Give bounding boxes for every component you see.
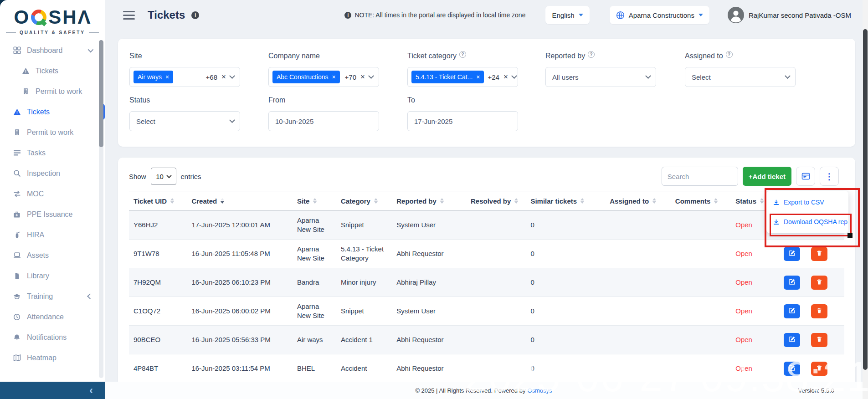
sidebar-item-ppe-issuance[interactable]: PPE Issuance (0, 204, 105, 225)
page-scrollbar-thumb[interactable] (863, 29, 868, 370)
clear-icon[interactable] (360, 74, 365, 80)
edit-ticket-button[interactable] (784, 333, 800, 347)
column-header-similar-tickets[interactable]: Similar tickets (526, 191, 605, 211)
sidebar-scrollbar[interactable] (99, 40, 103, 378)
cell-resolved-by (466, 326, 526, 354)
column-header-assigned-to[interactable]: Assigned to (605, 191, 671, 211)
cell-assigned-to (605, 240, 671, 268)
sidebar-item-assets[interactable]: Assets (0, 245, 105, 266)
assigned-to-select[interactable]: Select (685, 67, 796, 87)
chip-remove-icon[interactable] (332, 74, 336, 80)
sidebar-item-label: Attendance (27, 313, 64, 321)
filter-reported-by: Reported by All users (545, 52, 656, 60)
card-view-toggle-button[interactable] (796, 167, 815, 186)
company-multiselect[interactable]: Abc Constructions +70 (268, 67, 379, 87)
sidebar-item-heatmap[interactable]: Heatmap (0, 348, 105, 368)
chevron-down-icon (166, 173, 171, 178)
info-icon[interactable] (191, 11, 199, 19)
sidebar-item-hira[interactable]: HIRA (0, 225, 105, 245)
reported-by-select[interactable]: All users (545, 67, 656, 87)
menu-item-export-to-csv[interactable]: Export to CSV (766, 193, 848, 212)
sidebar-item-dashboard[interactable]: Dashboard (0, 40, 105, 61)
entries-select[interactable]: 10 (151, 168, 176, 185)
category-multiselect[interactable]: 5.4.13 - Ticket Cat... +24 (407, 67, 518, 87)
delete-ticket-button[interactable] (811, 276, 827, 290)
company-dropdown[interactable]: Aparna Constructions (610, 6, 709, 24)
sidebar-item-inspection[interactable]: Inspection (0, 163, 105, 184)
cell-uid: C1OQ72 (129, 297, 187, 326)
page-scrollbar[interactable] (863, 0, 868, 399)
sidebar-item-tasks[interactable]: Tasks (0, 143, 105, 163)
clear-icon[interactable] (503, 74, 508, 80)
column-header-created[interactable]: Created (187, 191, 293, 211)
language-dropdown[interactable]: English (545, 6, 589, 24)
cell-reported-by: Abhi Requestor (392, 240, 466, 268)
edit-ticket-button[interactable] (784, 276, 800, 290)
cell-similar-tickets: 0 (526, 326, 605, 354)
sidebar-item-tickets-sub[interactable]: Tickets (0, 61, 105, 81)
column-header-ticket-uid[interactable]: Ticket UID (129, 191, 187, 211)
delete-ticket-button[interactable] (811, 362, 827, 376)
sidebar-item-moc[interactable]: MOC (0, 184, 105, 204)
column-header-site[interactable]: Site (293, 191, 336, 211)
sidebar-item-permit-to-work[interactable]: Permit to work (0, 122, 105, 143)
delete-ticket-button[interactable] (811, 333, 827, 347)
site-multiselect[interactable]: Air ways +68 (129, 67, 240, 87)
chevron-down-icon (229, 73, 235, 79)
cell-comments (671, 326, 731, 354)
more-count[interactable]: +70 (345, 73, 356, 81)
collapse-sidebar-button[interactable]: ‹ (89, 385, 93, 396)
more-count[interactable]: +24 (488, 73, 499, 81)
osmosys-link[interactable]: Osmosys (527, 387, 552, 394)
sidebar-item-training[interactable]: Training (0, 286, 105, 307)
filter-site-label: Site (129, 52, 240, 60)
sort-icon (374, 198, 378, 204)
cell-category: Accident (336, 354, 392, 382)
from-date-input[interactable]: 10-Jun-2025 (268, 111, 379, 131)
help-icon[interactable] (459, 51, 466, 58)
table-body: Y66HJ217-Jun-2025 12:00:01 AMAparna New … (129, 211, 844, 382)
main-area: Tickets NOTE: All times in the portal ar… (105, 0, 863, 399)
menu-item-download-oqsha-rep[interactable]: Download OQSHA rep (766, 212, 848, 231)
status-select[interactable]: Select (129, 111, 240, 131)
sidebar-item-permit-to-work-sub[interactable]: Permit to work (0, 81, 105, 102)
filter-category: Ticket category 5.4.13 - Ticket Cat... +… (407, 52, 518, 60)
chip-remove-icon[interactable] (476, 74, 480, 80)
sidebar-scrollbar-thumb[interactable] (99, 40, 103, 147)
edit-ticket-button[interactable] (784, 304, 800, 318)
user-menu[interactable]: RajKumar second Pativada -OSM (728, 7, 851, 23)
column-header-resolved-by[interactable]: Resolved by (466, 191, 526, 211)
hamburger-menu-icon[interactable] (123, 11, 135, 20)
delete-ticket-button[interactable] (811, 304, 827, 318)
help-icon[interactable] (726, 51, 733, 58)
version-label: Version: 5.5.0 (798, 387, 835, 394)
add-ticket-button[interactable]: +Add ticket (743, 167, 791, 186)
cell-reported-by: System User (392, 297, 466, 326)
sidebar-item-notifications[interactable]: Notifications (0, 327, 105, 348)
site-chip: Air ways (134, 71, 173, 83)
column-header-category[interactable]: Category (336, 191, 392, 211)
clear-icon[interactable] (221, 74, 226, 80)
cell-site: BHEL (293, 354, 336, 382)
filters-card: Site Air ways +68 Company name Abc Const… (118, 39, 855, 147)
edit-ticket-button[interactable] (784, 362, 800, 376)
more-count[interactable]: +68 (206, 73, 217, 81)
more-options-button[interactable] (820, 167, 839, 186)
delete-ticket-button[interactable] (811, 247, 827, 261)
cell-uid: 90BCEO (129, 326, 187, 354)
column-header-comments[interactable]: Comments (671, 191, 731, 211)
search-input[interactable] (662, 167, 738, 186)
help-icon[interactable] (588, 51, 595, 58)
sidebar-item-tickets[interactable]: Tickets (0, 102, 105, 122)
chevron-down-icon (645, 73, 651, 79)
column-header-reported-by[interactable]: Reported by (392, 191, 466, 211)
trash-icon (816, 365, 822, 373)
chip-remove-icon[interactable] (165, 74, 169, 80)
to-date-input[interactable]: 17-Jun-2025 (407, 111, 518, 131)
sidebar-item-attendance[interactable]: Attendance (0, 307, 105, 327)
edit-ticket-button[interactable] (784, 247, 800, 261)
cell-site: Bandra (293, 268, 336, 297)
sidebar-item-label: Tickets (36, 67, 58, 75)
sidebar-item-library[interactable]: Library (0, 266, 105, 286)
table-row-90bceo: 90BCEO16-Jun-2025 05:56:33 PMAir waysAcc… (129, 326, 844, 354)
